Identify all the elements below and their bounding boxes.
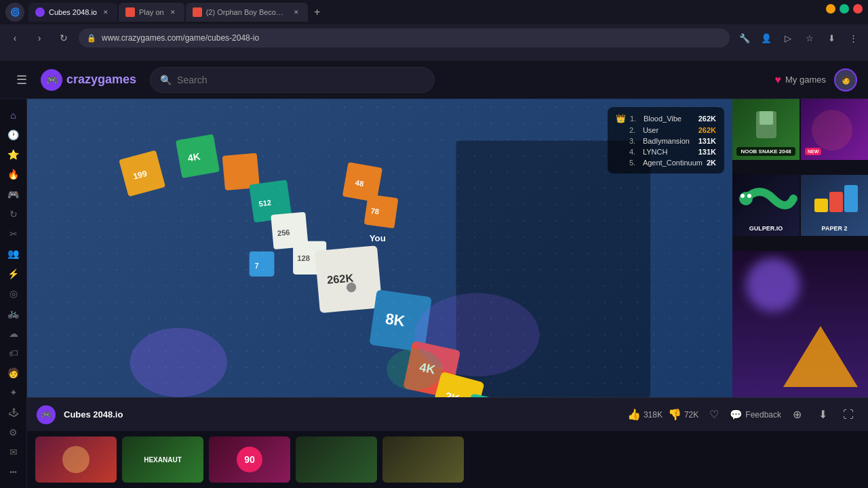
tab-close-orphan[interactable]: ✕: [292, 7, 301, 17]
game-container: 199 4K 512: [27, 99, 868, 397]
game-icon: 🎮: [37, 405, 56, 424]
sidebar-item-mail[interactable]: ✉: [3, 445, 24, 460]
sidebar-item-recent[interactable]: 🕐: [3, 127, 24, 142]
game-frame[interactable]: 199 4K 512: [27, 99, 732, 397]
lb-name-5: Agent_Continuum: [643, 159, 703, 167]
sidebar-item-cloud[interactable]: ☁: [3, 325, 24, 341]
lb-name-2: User: [643, 126, 694, 134]
reload-button[interactable]: ↻: [54, 28, 73, 47]
feedback-label: Feedback: [745, 410, 781, 420]
content-area: ☰ 🎮 crazygames 🔍 ♥ My games: [0, 61, 868, 488]
sidebar-item-featured[interactable]: ⭐: [3, 147, 24, 163]
menu-button[interactable]: ☰: [11, 69, 33, 91]
dislike-count: 72K: [684, 410, 698, 420]
lb-row-1: 👑 1. Blood_Vibe 262K: [616, 113, 716, 125]
browser-settings[interactable]: ⋮: [844, 28, 863, 47]
new-tab-button[interactable]: +: [309, 4, 326, 20]
game-thumb-slither[interactable]: NEW: [801, 99, 868, 160]
sidebar-item-star2[interactable]: ✦: [3, 385, 24, 401]
sidebar-item-person2[interactable]: 🧑: [3, 365, 24, 380]
tab-close-play[interactable]: ✕: [168, 7, 178, 17]
maximize-button[interactable]: [840, 4, 849, 14]
download-button[interactable]: ⬇: [812, 405, 833, 425]
sidebar-item-new[interactable]: 🔥: [3, 167, 24, 182]
tab-favicon-cubes: [35, 7, 45, 17]
heart-button[interactable]: ♡: [704, 405, 724, 425]
back-button[interactable]: ‹: [5, 28, 24, 47]
lb-name-4: LYNCH: [643, 148, 694, 156]
heart-icon: ♥: [775, 74, 782, 86]
my-games-button[interactable]: ♥ My games: [775, 74, 826, 86]
downloads-button[interactable]: ⬇: [822, 28, 841, 47]
sidebar-item-tag[interactable]: 🏷: [3, 345, 24, 361]
like-count: 318K: [644, 410, 663, 420]
svg-point-35: [739, 192, 753, 205]
feedback-button[interactable]: 💬 Feedback: [730, 409, 781, 421]
bottom-thumb-2[interactable]: HEXANAUT: [122, 436, 203, 483]
tab-orphan[interactable]: (2) Orphan Boy Becomes A ✕: [186, 3, 308, 22]
sidebar-item-more[interactable]: •••: [3, 464, 24, 480]
noob-snake-character: [756, 111, 776, 138]
gulper-label: GULPER.IO: [736, 225, 795, 232]
purple-blob: [746, 258, 800, 312]
lb-score-5: 2K: [707, 159, 716, 167]
tab-label-orphan: (2) Orphan Boy Becomes A: [206, 8, 288, 16]
sidebar-item-user[interactable]: 🎮: [3, 186, 24, 202]
crown-icon: 👑: [616, 114, 626, 123]
search-input[interactable]: [177, 75, 425, 85]
site-logo[interactable]: 🎮 crazygames: [41, 69, 136, 91]
right-games-row-2: GULPER.IO: [732, 175, 868, 249]
lb-rank: 1.: [630, 115, 639, 123]
bottom-thumb-4[interactable]: [296, 436, 377, 483]
browser-actions: 🔧 👤 ▷ ☆ ⬇ ⋮: [735, 28, 863, 47]
favorites-button[interactable]: ☆: [800, 28, 819, 47]
bottom-thumb-5[interactable]: [382, 436, 464, 483]
extensions-button[interactable]: 🔧: [735, 28, 754, 47]
lb-rank-3: 3.: [629, 137, 639, 145]
lb-score: 262K: [698, 115, 716, 123]
sidebar-item-lightning[interactable]: ⚡: [3, 266, 24, 281]
tab-play[interactable]: Play on ✕: [119, 3, 184, 22]
noob-snake-label: NOOB SNAKE 2048: [736, 147, 795, 156]
game-thumb-gulper[interactable]: GULPER.IO: [732, 175, 800, 236]
close-button[interactable]: [853, 4, 863, 14]
game-thumb-noob-snake[interactable]: NOOB SNAKE 2048: [732, 99, 800, 160]
sidebar-item-bike[interactable]: 🚲: [3, 306, 24, 321]
right-games-panel: NOOB SNAKE 2048: [732, 99, 868, 397]
sidebar-item-update[interactable]: ↻: [3, 206, 24, 222]
bt2-label: HEXANAUT: [144, 456, 182, 464]
svg-point-37: [747, 194, 751, 198]
my-games-label: My games: [785, 75, 826, 85]
game-info-bar: 🎮 Cubes 2048.io 👍 318K 👎 72K ♡: [27, 397, 868, 431]
sidebar-item-settings[interactable]: ⚙: [3, 424, 24, 440]
sidebar-item-home[interactable]: ⌂: [3, 107, 24, 123]
lb-row-5: 5. Agent_Continuum 2K: [616, 157, 716, 168]
game-title: Cubes 2048.io: [64, 409, 619, 420]
right-panel-more: [732, 251, 868, 397]
game-thumb-paper[interactable]: PAPER 2: [801, 175, 868, 236]
like-group[interactable]: 👍 318K: [627, 408, 663, 421]
share-button[interactable]: ⊕: [787, 405, 807, 425]
tab-cubes[interactable]: Cubes 2048.io ✕: [28, 3, 117, 22]
bottom-thumb-1[interactable]: [35, 436, 117, 483]
bottom-thumb-3[interactable]: 90: [209, 436, 290, 483]
tab-label-play: Play on: [139, 8, 164, 16]
tab-close-cubes[interactable]: ✕: [101, 7, 111, 17]
feedback-icon: 💬: [730, 409, 743, 421]
avatar-image: 🧑: [841, 75, 851, 85]
bt3-number: 90: [237, 447, 262, 472]
sidebar-item-scissors[interactable]: ✂: [3, 226, 24, 242]
sidebar-item-circle[interactable]: ◎: [3, 285, 24, 301]
profile-button[interactable]: 👤: [757, 28, 776, 47]
svg-rect-39: [829, 192, 843, 212]
sidebar-item-people[interactable]: 👥: [3, 246, 24, 262]
url-bar[interactable]: 🔒 www.crazygames.com/game/cubes-2048-io: [79, 28, 730, 47]
sidebar-item-controller[interactable]: 🕹: [3, 405, 24, 420]
fullscreen-button[interactable]: ⛶: [838, 405, 859, 425]
forward-button[interactable]: ›: [30, 28, 49, 47]
dislike-group[interactable]: 👎 72K: [668, 408, 698, 421]
avatar[interactable]: 🧑: [834, 68, 857, 92]
minimize-button[interactable]: [826, 4, 835, 14]
search-bar[interactable]: 🔍: [150, 67, 435, 93]
cast-button[interactable]: ▷: [778, 28, 797, 47]
